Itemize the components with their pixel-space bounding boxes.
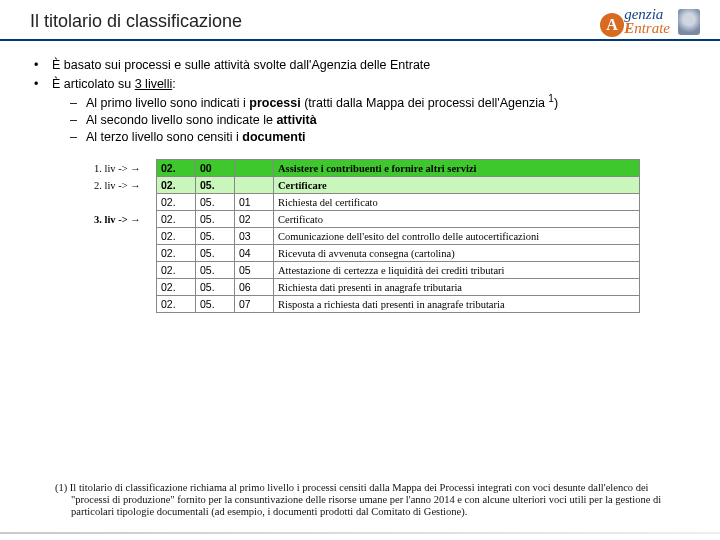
row6-desc: Ricevuta di avvenuta consegna (cartolina…: [274, 245, 640, 262]
logo-letter-e: E: [624, 20, 634, 36]
row7-c3: 05: [235, 262, 274, 279]
bullet-2: È articolato su 3 livelli: Al primo live…: [30, 76, 690, 146]
table-row: 02. 05. 05 Attestazione di certezza e li…: [90, 262, 640, 279]
row5-desc: Comunicazione dell'esito del controllo d…: [274, 228, 640, 245]
row4-c2: 05.: [196, 211, 235, 228]
row8-c2: 05.: [196, 279, 235, 296]
sub2-pre: Al secondo livello sono indicate le: [86, 113, 276, 127]
table-row: 02. 05. 06 Richiesta dati presenti in an…: [90, 279, 640, 296]
row4-label: 3. liv ->: [94, 214, 130, 225]
table-row-level1: 1. liv -> → 02. 00 Assistere i contribue…: [90, 160, 640, 177]
row1-label: 1. liv ->: [94, 163, 130, 174]
sub1-bold: processi: [249, 96, 300, 110]
row5-c1: 02.: [157, 228, 196, 245]
row2-c1: 02.: [157, 177, 196, 194]
bullet-1: È basato sui processi e sulle attività s…: [30, 57, 690, 74]
bullet-1-text: È basato sui processi e sulle attività s…: [52, 58, 430, 72]
row3-c1: 02.: [157, 194, 196, 211]
arrow-icon: →: [130, 214, 141, 225]
row8-c1: 02.: [157, 279, 196, 296]
row2-label: 2. liv ->: [94, 180, 130, 191]
sub1-pre: Al primo livello sono indicati i: [86, 96, 249, 110]
row3-c2: 05.: [196, 194, 235, 211]
sub-bullet-1: Al primo livello sono indicati i process…: [70, 95, 690, 112]
logo-text: genzia Entrate: [624, 8, 670, 35]
sub-bullet-list: Al primo livello sono indicati i process…: [52, 95, 690, 146]
row1-c3: [235, 160, 274, 177]
table-row: 02. 05. 07 Risposta a richiesta dati pre…: [90, 296, 640, 313]
row7-desc: Attestazione di certezza e liquidità dei…: [274, 262, 640, 279]
table-row: 02. 05. 01 Richiesta del certificato: [90, 194, 640, 211]
row4-c3: 02: [235, 211, 274, 228]
arrow-icon: →: [130, 180, 141, 191]
row6-c3: 04: [235, 245, 274, 262]
bullet-2-post: :: [172, 77, 175, 91]
republic-emblem-icon: [678, 9, 700, 35]
slide-title: Il titolario di classificazione: [30, 11, 242, 32]
sub-bullet-2: Al secondo livello sono indicate le atti…: [70, 112, 690, 129]
table-row-level3: 3. liv -> → 02. 05. 02 Certificato: [90, 211, 640, 228]
sub3-bold: documenti: [242, 130, 305, 144]
row8-desc: Richiesta dati presenti in anagrafe trib…: [274, 279, 640, 296]
header: Il titolario di classificazione A genzia…: [0, 0, 720, 41]
row9-c1: 02.: [157, 296, 196, 313]
logo-line2: ntrate: [634, 20, 670, 36]
sub1-post: (tratti dalla Mappa dei processi dell'Ag…: [301, 96, 549, 110]
row5-c2: 05.: [196, 228, 235, 245]
row4-c1: 02.: [157, 211, 196, 228]
row2-c2: 05.: [196, 177, 235, 194]
bullet-2-underline: 3 livelli: [135, 77, 173, 91]
slide: Il titolario di classificazione A genzia…: [0, 0, 720, 540]
classification-table: 1. liv -> → 02. 00 Assistere i contribue…: [90, 159, 640, 313]
sub1-close: ): [554, 96, 558, 110]
footnote-text: (1) Il titolario di classificazione rich…: [55, 482, 680, 518]
content: È basato sui processi e sulle attività s…: [0, 41, 720, 313]
row9-c3: 07: [235, 296, 274, 313]
table-row: 02. 05. 03 Comunicazione dell'esito del …: [90, 228, 640, 245]
footer-rule: [0, 532, 720, 534]
row2-c3: [235, 177, 274, 194]
table-row-level2: 2. liv -> → 02. 05. Certificare: [90, 177, 640, 194]
row9-desc: Risposta a richiesta dati presenti in an…: [274, 296, 640, 313]
row3-label: [90, 194, 157, 211]
row2-desc: Certificare: [274, 177, 640, 194]
row7-c2: 05.: [196, 262, 235, 279]
row6-c2: 05.: [196, 245, 235, 262]
sub-bullet-3: Al terzo livello sono censiti i document…: [70, 129, 690, 146]
row5-c3: 03: [235, 228, 274, 245]
row3-desc: Richiesta del certificato: [274, 194, 640, 211]
row6-c1: 02.: [157, 245, 196, 262]
row1-c1: 02.: [157, 160, 196, 177]
row8-c3: 06: [235, 279, 274, 296]
row7-c1: 02.: [157, 262, 196, 279]
logo-letter-a-icon: A: [600, 13, 624, 37]
row4-desc: Certificato: [274, 211, 640, 228]
row9-c2: 05.: [196, 296, 235, 313]
sub3-pre: Al terzo livello sono censiti i: [86, 130, 242, 144]
sub2-bold: attività: [276, 113, 316, 127]
row3-c3: 01: [235, 194, 274, 211]
footnote: (1) Il titolario di classificazione rich…: [55, 482, 680, 518]
agenzia-entrate-logo: A genzia Entrate: [608, 8, 700, 35]
bullet-2-pre: È articolato su: [52, 77, 135, 91]
table-row: 02. 05. 04 Ricevuta di avvenuta consegna…: [90, 245, 640, 262]
bullet-list: È basato sui processi e sulle attività s…: [30, 57, 690, 145]
row1-desc: Assistere i contribuenti e fornire altri…: [274, 160, 640, 177]
arrow-icon: →: [130, 163, 141, 174]
row1-c2: 00: [196, 160, 235, 177]
